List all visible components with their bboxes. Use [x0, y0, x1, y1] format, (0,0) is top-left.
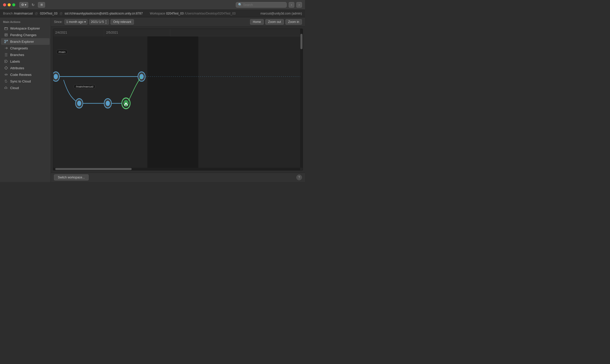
branch-graph[interactable]: 2/4/2021 2/5/2021 — [53, 29, 303, 171]
minimize-button[interactable] — [8, 3, 11, 6]
gear-icon: ⚙ — [21, 3, 24, 7]
branch-icon — [4, 39, 8, 44]
sidebar-label-pending-changes: Pending Changes — [10, 33, 36, 37]
traffic-lights — [3, 3, 15, 6]
sidebar-label-branches: Branches — [10, 53, 24, 57]
vertical-scrollbar-track[interactable] — [300, 29, 303, 168]
sidebar-label-branch-explorer: Branch Explorer — [10, 40, 34, 44]
workspace-path: /Users/marklao/Desktop/0204Test_03 — [185, 12, 235, 15]
day-value: 5 — [102, 20, 104, 24]
bottom-bar: Switch workspace... ? — [51, 173, 305, 182]
sidebar-item-attributes[interactable]: Attributes — [1, 65, 50, 71]
branch-val: /main/marcusl — [14, 12, 33, 15]
sidebar-item-code-reviews[interactable]: Code Reviews — [1, 71, 50, 78]
search-box[interactable]: 🔍 — [236, 2, 287, 8]
svg-point-8 — [54, 74, 58, 79]
sidebar-item-pending-changes[interactable]: Pending Changes — [1, 32, 50, 38]
zoom-in-button[interactable]: Zoom in — [285, 19, 302, 25]
code-reviews-icon — [4, 73, 8, 77]
sidebar-item-cloud[interactable]: Cloud — [1, 85, 50, 91]
maximize-button[interactable] — [12, 3, 15, 6]
folder-icon — [4, 26, 8, 30]
sidebar-label-attributes: Attributes — [10, 66, 24, 70]
sidebar-item-branch-explorer[interactable]: Branch Explorer — [1, 38, 50, 45]
zoom-out-button[interactable]: Zoom out — [265, 19, 284, 25]
svg-point-15 — [77, 101, 81, 106]
sidebar-label-workspace-explorer: Workspace Explorer — [10, 26, 40, 30]
sidebar-label-cloud: Cloud — [10, 86, 19, 90]
only-relevant-button[interactable]: Only relevant — [110, 19, 134, 25]
main-layout: Main Actions Workspace Explorer Pending … — [0, 17, 305, 182]
sidebar-item-branches[interactable]: Branches — [1, 51, 50, 58]
svg-rect-20 — [125, 104, 127, 106]
branch-graph-svg — [53, 36, 303, 170]
pending-icon — [4, 33, 8, 37]
sidebar-item-sync-to-cloud[interactable]: Sync to Cloud — [1, 78, 50, 85]
day-spinner[interactable]: ▲ ▼ — [105, 19, 107, 24]
vertical-scrollbar-thumb[interactable] — [300, 34, 302, 49]
date-header-1: 2/4/2021 — [53, 29, 104, 36]
svg-point-17 — [106, 101, 110, 106]
svg-rect-0 — [5, 27, 8, 30]
branch-key: Branch — [3, 12, 13, 15]
sidebar-item-workspace-explorer[interactable]: Workspace Explorer — [1, 25, 50, 32]
sidebar-label-changesets: Changesets — [10, 46, 28, 50]
attributes-icon — [4, 66, 8, 70]
content-area: Since: 1 month ago ▾ 2021/ 1/ 5 ▲ ▼ Only… — [51, 17, 305, 182]
help-button[interactable]: ? — [296, 175, 302, 180]
user-info: marcusl@unity3d.com (admin) — [260, 12, 302, 15]
year-value: 2021/ — [91, 20, 99, 24]
home-button[interactable]: Home — [250, 19, 264, 25]
since-value: 1 month ago — [66, 20, 83, 24]
date-picker[interactable]: 2021/ 1/ 5 ▲ ▼ — [89, 19, 109, 25]
sidebar: Main Actions Workspace Explorer Pending … — [0, 17, 51, 182]
sidebar-item-labels[interactable]: Labels — [1, 58, 50, 65]
layout-button[interactable]: ⊞ — [38, 2, 45, 8]
since-dropdown[interactable]: 1 month ago ▾ — [64, 19, 88, 25]
close-button[interactable] — [3, 3, 6, 6]
branches-icon — [4, 53, 8, 57]
refresh-button[interactable]: ↻ — [30, 2, 36, 8]
workspace-key: Workspace — [150, 12, 165, 15]
server-url: ssl://chinaunityplasticscm@sh01-plastics… — [65, 12, 143, 15]
sync-icon — [4, 79, 8, 83]
sidebar-label-code-reviews: Code Reviews — [10, 73, 32, 77]
toolbar: Since: 1 month ago ▾ 2021/ 1/ 5 ▲ ▼ Only… — [51, 17, 305, 26]
sidebar-section-main-actions: Main Actions — [0, 19, 51, 25]
since-dropdown-arrow: ▾ — [84, 20, 86, 24]
switch-workspace-button[interactable]: Switch workspace... — [54, 174, 89, 180]
nav-back-button[interactable]: ‹ — [289, 2, 294, 8]
svg-point-2 — [5, 40, 6, 41]
workspace-id: 0204Test_03 — [40, 12, 58, 15]
workspace-name: 0204Test_03 — [166, 12, 184, 15]
spin-down-icon[interactable]: ▼ — [105, 22, 107, 24]
date-header-2: 2/5/2021 — [104, 29, 170, 36]
sidebar-item-changesets[interactable]: Changesets — [1, 45, 50, 51]
titlebar: ⚙ ▾ ↻ ⊞ 🔍 ‹ › — [0, 0, 305, 10]
sidebar-label-sync-to-cloud: Sync to Cloud — [10, 79, 31, 83]
changesets-icon — [4, 46, 8, 50]
spin-up-icon[interactable]: ▲ — [105, 19, 107, 22]
search-input[interactable] — [243, 3, 284, 7]
gear-menu[interactable]: ⚙ ▾ — [19, 2, 28, 8]
branch-bar: Branch /main/marcusl @ 0204Test_03 @ ssl… — [0, 10, 305, 17]
horizontal-scrollbar-track[interactable] — [53, 168, 300, 170]
svg-point-5 — [5, 61, 6, 62]
nav-forward-button[interactable]: › — [296, 2, 302, 8]
gear-dropdown-icon: ▾ — [25, 3, 26, 7]
cloud-icon — [4, 86, 8, 90]
search-icon: 🔍 — [238, 3, 242, 7]
month-value: 1/ — [99, 20, 102, 24]
sidebar-label-labels: Labels — [10, 60, 20, 63]
labels-icon — [4, 59, 8, 63]
since-label: Since: — [54, 20, 62, 24]
horizontal-scrollbar-thumb[interactable] — [55, 168, 132, 170]
